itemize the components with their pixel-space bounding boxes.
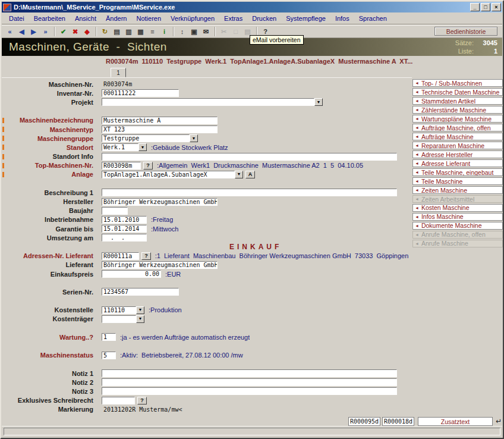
field-inventar-nr[interactable]: 000111222 <box>102 89 179 97</box>
field-inbetriebnahme[interactable]: 15.01.2010 <box>102 216 147 224</box>
field-maschinentyp[interactable]: XT 123 <box>102 126 218 133</box>
menu-drucken[interactable]: Drucken <box>247 14 281 23</box>
field-notiz-1[interactable] <box>102 369 397 377</box>
sidebar-item-wartungspl-ne-maschine[interactable]: ◄Wartungspläne Maschine <box>412 115 503 123</box>
field-wartung[interactable]: 1 <box>102 333 116 341</box>
cancel-icon[interactable]: ✖ <box>70 26 81 37</box>
menu-verkn-pfungen[interactable]: Verknüpfungen <box>166 14 219 23</box>
required-marker <box>2 118 4 123</box>
machine-form: Maschinen-Nr.R003074mInventar-Nr.0001112… <box>2 77 412 416</box>
field-maschinengruppe[interactable]: Testgruppe <box>102 134 190 142</box>
prev-record-icon[interactable]: ◀ <box>16 26 27 37</box>
sidebar-item-top-sub-maschinen[interactable]: ◄Top- / Sub-Maschinen <box>412 79 503 87</box>
refresh-icon[interactable]: ↻ <box>99 26 111 37</box>
anlage-dropdown-button[interactable]: ▼ <box>235 171 243 178</box>
sidebar-item-technische-daten-maschine[interactable]: ◄Technische Daten Maschine <box>412 88 503 96</box>
menu-ndern[interactable]: Ändern <box>101 14 131 23</box>
field-lieferant[interactable]: Böhringer Werkzeugmaschinen GmbH <box>102 261 218 269</box>
field-umsetzung-am[interactable]: . . <box>102 234 147 242</box>
field-garantie-bis[interactable]: 15.01.2014 <box>102 225 147 233</box>
bedienhistorie-button[interactable]: Bedienhistorie <box>434 27 497 36</box>
sidebar-item-dokumente-maschine[interactable]: ◄Dokumente Maschine <box>412 222 503 230</box>
field-hersteller[interactable]: Böhringer Werkzeugmaschinen GmbH <box>102 198 218 206</box>
next-record-icon[interactable]: ▶ <box>28 26 39 37</box>
info-icon[interactable]: i <box>159 26 170 37</box>
menu-ansicht[interactable]: Ansicht <box>70 14 101 23</box>
menu-sprachen[interactable]: Sprachen <box>354 14 392 23</box>
sidebar-item-zeiten-maschine[interactable]: ◄Zeiten Maschine <box>412 186 503 194</box>
menu-notieren[interactable]: Notieren <box>131 14 166 23</box>
reference-button-1[interactable]: R000095d <box>348 417 380 426</box>
stop-icon[interactable]: ◆ <box>81 26 93 37</box>
kostenstelle-dropdown-button[interactable]: ▼ <box>136 306 144 314</box>
maschinengruppe-dropdown-button[interactable]: ▼ <box>190 134 198 142</box>
field-top-maschinen-nr[interactable]: R003098m <box>102 162 141 170</box>
exklusives-schreibrecht-help-button[interactable]: ? <box>137 397 147 404</box>
first-record-icon[interactable]: « <box>4 26 15 37</box>
sidebar-item-adresse-lieferant[interactable]: ◄Adresse Lieferant <box>412 159 503 167</box>
menu-extras[interactable]: Extras <box>219 14 247 23</box>
zusatztext-button[interactable]: Zusatztext <box>418 417 493 426</box>
toolbar-separator <box>173 27 174 36</box>
menu-bearbeiten[interactable]: Bearbeiten <box>29 14 70 23</box>
field-anlage[interactable]: TopAnlage1.AnlageA.SubanlageX <box>102 171 235 178</box>
table-view-icon[interactable]: ▦ <box>135 26 146 37</box>
standort-dropdown-button[interactable]: ▼ <box>138 143 147 151</box>
field-kostentraeger[interactable] <box>102 315 136 323</box>
menu-datei[interactable]: Datei <box>4 14 29 23</box>
return-icon: ↵ <box>496 417 502 426</box>
field-maschinenbezeichnung[interactable]: Mustermaschine A <box>102 117 218 124</box>
field-projekt[interactable] <box>102 98 314 106</box>
field-exklusives-schreibrecht[interactable] <box>102 397 135 404</box>
field-baujahr[interactable] <box>102 207 128 215</box>
new-record-icon[interactable]: ▤ <box>111 26 122 37</box>
tab-1[interactable]: 1 <box>111 68 126 77</box>
titlebar[interactable]: D:\Mustermann\_MService_Programm\MServic… <box>2 2 502 12</box>
maximize-button[interactable]: □ <box>481 3 490 11</box>
sidebar-item-kosten-maschine[interactable]: ◄Kosten Maschine <box>412 204 503 212</box>
field-standort-info[interactable] <box>102 153 397 161</box>
sidebar-item-teile-maschine[interactable]: ◄Teile Maschine <box>412 177 503 185</box>
window-title: D:\Mustermann\_MService_Programm\MServic… <box>14 4 468 11</box>
sidebar-item-adresse-hersteller[interactable]: ◄Adresse Hersteller <box>412 150 503 158</box>
inbetriebnahme-info: :Freitag <box>147 216 173 223</box>
confirm-icon[interactable]: ✔ <box>58 26 69 37</box>
field-maschinenstatus[interactable]: 5 <box>102 352 116 359</box>
email-icon[interactable]: ✉ <box>200 26 212 37</box>
print-icon[interactable]: ▣ <box>188 26 200 37</box>
menu-systempflege[interactable]: Systempflege <box>281 14 330 23</box>
menu-infos[interactable]: Infos <box>330 14 354 23</box>
projekt-dropdown-button[interactable]: ▼ <box>314 98 323 106</box>
top-maschinen-nr-help-button[interactable]: ? <box>143 162 153 170</box>
field-einkaufspreis[interactable]: 0.00 <box>102 270 161 278</box>
field-standort[interactable]: Werk.1 <box>102 143 138 151</box>
reference-button-2[interactable]: R000018d <box>382 417 414 426</box>
sort-icon[interactable]: ↕ <box>177 26 188 37</box>
last-record-icon[interactable]: » <box>40 26 51 37</box>
sidebar-item-z-hlerst-nde-maschine[interactable]: ◄Zählerstände Maschine <box>412 106 503 114</box>
field-beschreibung-1[interactable] <box>102 189 397 196</box>
adressen-nr-lieferant-help-button[interactable]: ? <box>141 252 150 260</box>
close-button[interactable]: × <box>492 3 501 11</box>
field-adressen-nr-lieferant[interactable]: R000111a <box>102 252 139 260</box>
copy-record-icon[interactable]: ▥ <box>123 26 134 37</box>
sidebar-item-teile-maschine-eingebaut[interactable]: ◄Teile Maschine, eingebaut <box>412 168 503 176</box>
sidebar-item-stammdaten-artikel[interactable]: ◄Stammdaten Artikel <box>412 97 503 105</box>
anlage-a-button[interactable]: A <box>245 171 255 178</box>
field-notiz-3[interactable] <box>102 387 397 395</box>
sidebar-item-reparaturen-maschine[interactable]: ◄Reparaturen Maschine <box>412 142 503 149</box>
list-view-icon[interactable]: ≡ <box>147 26 158 37</box>
sidebar-item-label: Technische Daten Maschine <box>421 89 499 96</box>
field-serien-nr[interactable]: 1234567 <box>102 288 179 296</box>
sidebar-item-infos-maschine[interactable]: ◄Infos Maschine <box>412 213 503 221</box>
row-spacer <box>2 297 412 306</box>
field-notiz-2[interactable] <box>102 378 397 386</box>
kostentraeger-dropdown-button[interactable]: ▼ <box>136 315 144 323</box>
field-kostenstelle[interactable]: 110110 <box>102 306 136 314</box>
sidebar-item-auftr-ge-maschine[interactable]: ◄Aufträge Maschine <box>412 133 503 140</box>
kostenstelle-info: :Produktion <box>144 306 182 313</box>
list-label: Liste: <box>458 47 474 55</box>
sidebar-item-auftr-ge-maschine-offen[interactable]: ◄Aufträge Maschine, offen <box>412 124 503 131</box>
minimize-button[interactable]: _ <box>470 3 480 11</box>
label-maschinenstatus: Maschinenstatus <box>2 352 97 359</box>
